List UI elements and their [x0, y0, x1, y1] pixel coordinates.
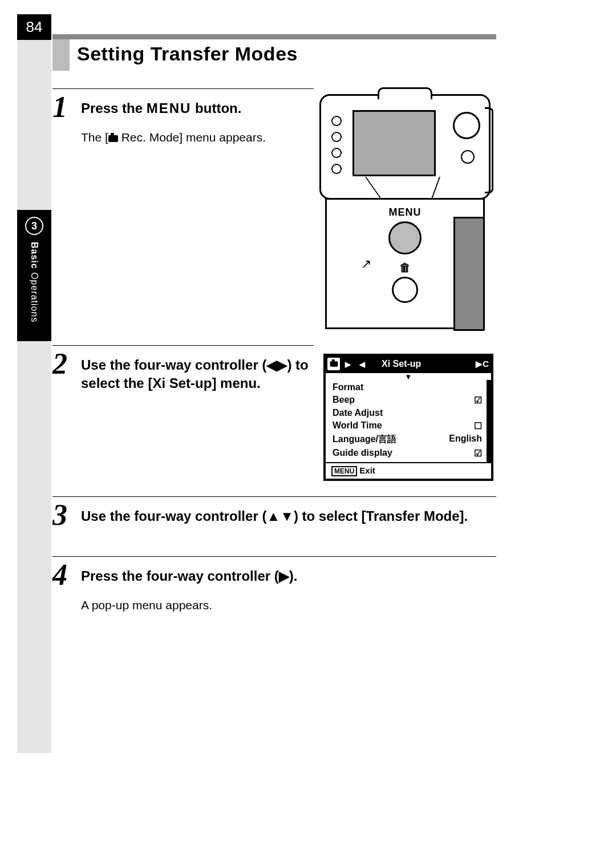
lcd-menu-row: Guide display☑ [333, 447, 482, 460]
lcd-row-value: ☑ [474, 448, 482, 459]
lcd-row-label: Date Adjust [333, 408, 383, 418]
lcd-menu-row: World Time☐ [333, 419, 482, 432]
lcd-row-label: Beep [333, 395, 355, 406]
step-1-body-pre: The [ [81, 131, 108, 144]
lcd-menu-row: Format [333, 381, 482, 394]
heading-accent-bar [52, 34, 496, 39]
step-3-heading: Use the four-way controller (▲▼) to sele… [81, 507, 468, 525]
page-number: 84 [17, 14, 51, 40]
camera-grip [485, 107, 493, 193]
step-1-heading-pre: Press the [81, 100, 147, 116]
heading-block [52, 39, 70, 71]
camera-four-way-dial [453, 112, 480, 139]
left-margin-stripe [17, 40, 51, 753]
lcd-footer-exit: Exit [359, 466, 375, 475]
lcd-row-value: ☐ [474, 420, 482, 431]
camera-detail-view: MENU ↗ 🗑 [325, 198, 485, 329]
lcd-row-label: Format [333, 382, 363, 392]
lcd-row-label: Language/言語 [333, 434, 396, 446]
chapter-label: Basic Operations [29, 242, 39, 322]
lcd-menu-illustration: ▶ ◀ Xi Set-up ▶C ▼ Format Beep☑ Date Adj… [323, 354, 493, 481]
camera-icon [108, 135, 118, 142]
chapter-label-strong: Basic [30, 242, 39, 269]
camera-illustration: MENU ↗ 🗑 [319, 94, 491, 334]
camera-delete-button [392, 277, 418, 303]
camera-viewfinder [378, 87, 432, 99]
lcd-tab-play-icon: ▶ [342, 358, 354, 370]
lcd-tab-rec-icon [327, 358, 340, 370]
lcd-tab-right: ▶C [476, 359, 489, 369]
lcd-row-label: Guide display [333, 448, 392, 459]
step-1-heading-post: button. [191, 100, 241, 116]
chapter-number: 3 [25, 217, 43, 235]
trash-icon: 🗑 [399, 261, 411, 274]
page-title: Setting Transfer Modes [77, 43, 298, 65]
lcd-menu-title: Xi Set-up [382, 359, 421, 369]
lcd-menu-row: Language/言語English [333, 432, 482, 447]
camera-lcd-screen [352, 110, 436, 176]
lcd-row-label: World Time [333, 420, 382, 431]
lcd-menu-rows: Format Beep☑ Date Adjust World Time☐ Lan… [326, 380, 491, 462]
lcd-tab-bar: ▶ ◀ Xi Set-up ▶C [326, 356, 491, 373]
lcd-footer: MENUExit [326, 462, 491, 479]
lcd-row-value: English [449, 434, 482, 446]
step-1-number: 1 [52, 92, 81, 122]
camera-menu-label: MENU [389, 207, 422, 218]
camera-grip-block [453, 217, 485, 331]
lcd-tab-arrow-left: ◀ [356, 358, 368, 370]
step-2-number: 2 [52, 349, 81, 379]
camera-ok-button [461, 150, 475, 164]
chapter-label-rest: Operations [30, 269, 39, 323]
step-2-heading: Use the four-way controller (◀▶) to sele… [81, 356, 309, 393]
pointer-arrow-icon: ↗ [361, 257, 371, 272]
lcd-row-value: ☑ [474, 395, 482, 406]
chapter-tab: 3 Basic Operations [17, 210, 51, 341]
lcd-down-arrow-icon: ▼ [326, 373, 491, 380]
menu-button-word: MENU [147, 100, 192, 116]
step-3: 3 Use the four-way controller (▲▼) to se… [52, 496, 496, 530]
lcd-footer-menu-box: MENU [331, 466, 357, 476]
step-1-body-post: Rec. Mode] menu appears. [118, 131, 266, 144]
camera-back-view [319, 94, 491, 200]
lcd-menu-row: Date Adjust [333, 407, 482, 419]
step-3-number: 3 [52, 500, 81, 530]
step-4-number: 4 [52, 560, 81, 590]
lcd-menu-row: Beep☑ [333, 394, 482, 407]
camera-left-controls [331, 116, 342, 174]
step-4: 4 Press the four-way controller (▶). A p… [52, 556, 496, 613]
camera-menu-button [388, 221, 422, 254]
step-4-body: A pop-up menu appears. [81, 597, 496, 613]
step-4-heading: Press the four-way controller (▶). [81, 567, 297, 585]
